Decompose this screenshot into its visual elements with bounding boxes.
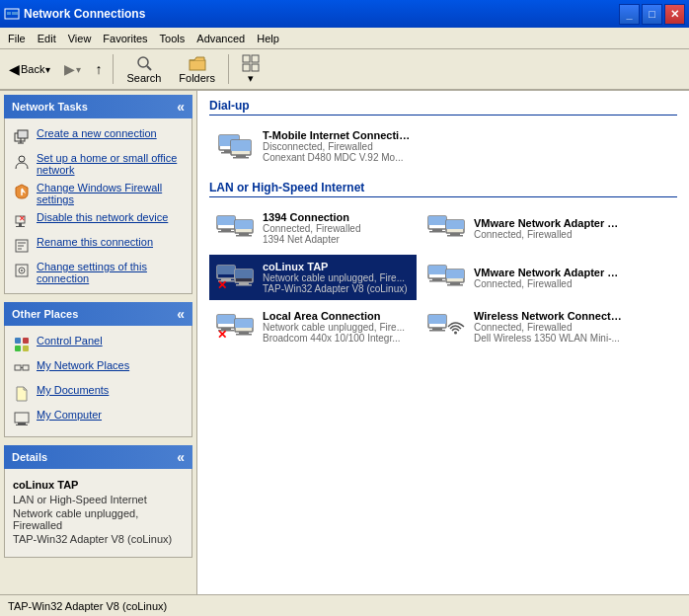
conn-adapter-tmobile: Conexant D480 MDC V.92 Mo... xyxy=(263,152,411,163)
conn-icon-1394 xyxy=(215,212,255,244)
minimize-button[interactable]: _ xyxy=(619,4,640,25)
svg-rect-65 xyxy=(235,270,253,278)
folders-button[interactable]: Folders xyxy=(172,50,222,88)
details-section: Details « coLinux TAP LAN or High-Speed … xyxy=(4,445,192,558)
back-button[interactable]: ◀ Back ▾ xyxy=(4,55,55,83)
sidebar-item-rename[interactable]: Rename this connection xyxy=(13,233,184,258)
lan-connections: 1394 Connection Connected, Firewalled 13… xyxy=(209,205,677,349)
sidebar-item-my-documents[interactable]: My Documents xyxy=(13,381,184,406)
conn-adapter-colinux: TAP-Win32 Adapter V8 (coLinux) xyxy=(263,283,411,294)
svg-rect-75 xyxy=(450,282,460,284)
conn-name-1394: 1394 Connection xyxy=(263,211,411,223)
conn-status-1394: Connected, Firewalled xyxy=(263,223,411,234)
sidebar-item-home-office[interactable]: Set up a home or small office network xyxy=(13,149,184,179)
svg-rect-1 xyxy=(7,12,11,15)
control-panel-icon xyxy=(13,336,31,353)
change-settings-icon xyxy=(13,262,31,279)
svg-rect-71 xyxy=(432,278,442,280)
conn-item-local-area[interactable]: ✕ Local Area Connection Network cable un… xyxy=(209,304,417,349)
svg-rect-29 xyxy=(23,346,29,351)
sidebar-item-control-panel[interactable]: Control Panel xyxy=(13,332,184,356)
conn-name-vmnet8: VMware Network Adapter VMnet8 xyxy=(474,217,622,229)
rename-icon xyxy=(13,237,31,255)
svg-rect-5 xyxy=(190,60,205,70)
svg-rect-11 xyxy=(18,130,28,138)
menu-advanced[interactable]: Advanced xyxy=(191,31,251,46)
sidebar-item-change-settings[interactable]: Change settings of this connection xyxy=(13,258,184,287)
forward-button[interactable]: ▶ ▾ xyxy=(59,55,86,83)
menu-tools[interactable]: Tools xyxy=(154,31,191,46)
maximize-button[interactable]: □ xyxy=(642,4,662,25)
conn-status-local-area: Network cable unplugged, Fire... xyxy=(263,322,411,333)
svg-rect-70 xyxy=(428,266,446,274)
menu-favorites[interactable]: Favorites xyxy=(97,31,153,46)
sidebar-item-firewall[interactable]: Change Windows Firewall settings xyxy=(13,179,184,208)
details-collapse-icon: « xyxy=(177,449,185,465)
svg-rect-66 xyxy=(239,282,249,284)
conn-item-vmnet8[interactable]: VMware Network Adapter VMnet8 Connected,… xyxy=(421,205,628,251)
svg-rect-49 xyxy=(235,220,253,229)
svg-rect-88 xyxy=(432,328,442,330)
conn-name-tmobile: T-Mobile Internet Connection xyxy=(263,129,411,141)
network-tasks-section: Network Tasks « Create a new connection xyxy=(4,95,192,294)
conn-status-wireless: Connected, Firewalled xyxy=(474,322,622,333)
up-button[interactable]: ↑ xyxy=(90,55,107,83)
svg-rect-41 xyxy=(231,140,251,151)
svg-rect-27 xyxy=(23,338,29,344)
conn-icon-tmobile xyxy=(215,130,255,162)
menu-help[interactable]: Help xyxy=(251,31,285,46)
details-header[interactable]: Details « xyxy=(4,445,192,469)
sidebar-item-my-network-places[interactable]: My Network Places xyxy=(13,356,184,381)
conn-item-1394[interactable]: 1394 Connection Connected, Firewalled 13… xyxy=(209,205,417,251)
search-icon xyxy=(135,54,153,72)
svg-rect-58 xyxy=(450,233,460,235)
sidebar-item-create-connection[interactable]: Create a new connection xyxy=(13,124,184,149)
conn-info-local-area: Local Area Connection Network cable unpl… xyxy=(263,310,411,344)
svg-rect-35 xyxy=(16,424,28,425)
other-places-content: Control Panel My Network Places xyxy=(4,326,192,437)
conn-item-vmnet1[interactable]: VMware Network Adapter VMnet1 Connected,… xyxy=(421,255,628,300)
conn-status-vmnet8: Connected, Firewalled xyxy=(474,229,622,240)
svg-rect-31 xyxy=(23,365,29,370)
svg-rect-57 xyxy=(446,220,464,229)
sidebar-item-my-computer[interactable]: My Computer xyxy=(13,406,184,430)
svg-rect-16 xyxy=(19,223,22,226)
conn-adapter-wireless: Dell Wireless 1350 WLAN Mini-... xyxy=(474,333,622,344)
dialup-connections: T-Mobile Internet Connection Disconnecte… xyxy=(209,123,677,169)
conn-name-colinux: coLinux TAP xyxy=(263,261,411,272)
firewall-icon xyxy=(13,183,31,200)
conn-status-tmobile: Disconnected, Firewalled xyxy=(263,141,411,152)
menu-edit[interactable]: Edit xyxy=(32,31,62,46)
conn-info-vmnet1: VMware Network Adapter VMnet1 Connected,… xyxy=(474,267,622,289)
svg-rect-76 xyxy=(447,284,463,286)
other-places-section: Other Places « Control Panel xyxy=(4,302,192,437)
other-places-header[interactable]: Other Places « xyxy=(4,302,192,326)
window-controls[interactable]: _ □ ✕ xyxy=(619,4,685,25)
sidebar: Network Tasks « Create a new connection xyxy=(0,91,197,594)
sidebar-item-disable-device[interactable]: ✕ Disable this network device xyxy=(13,208,184,233)
svg-rect-54 xyxy=(432,229,442,231)
search-button[interactable]: Search xyxy=(119,50,168,88)
svg-rect-9 xyxy=(252,64,259,71)
svg-rect-6 xyxy=(243,55,250,62)
views-icon xyxy=(242,54,260,72)
svg-rect-42 xyxy=(236,155,246,157)
conn-item-colinux[interactable]: ✕ coLinux TAP Network cable unplugged, F… xyxy=(209,255,417,300)
views-button[interactable]: ▾ xyxy=(235,50,267,88)
svg-text:✕: ✕ xyxy=(217,328,227,342)
svg-rect-45 xyxy=(217,216,235,225)
close-button[interactable]: ✕ xyxy=(664,4,685,25)
conn-item-wireless[interactable]: Wireless Network Connection Connected, F… xyxy=(421,304,628,349)
home-office-icon xyxy=(13,153,31,171)
network-tasks-header[interactable]: Network Tasks « xyxy=(4,95,192,118)
menu-view[interactable]: View xyxy=(62,31,98,46)
svg-rect-67 xyxy=(236,284,252,286)
network-tasks-collapse-icon: « xyxy=(177,99,185,115)
svg-text:✕: ✕ xyxy=(19,214,26,223)
window-icon xyxy=(4,6,20,22)
other-places-collapse-icon: « xyxy=(177,306,185,322)
details-content: coLinux TAP LAN or High-Speed Internet N… xyxy=(4,469,192,558)
menu-file[interactable]: File xyxy=(2,31,32,46)
conn-adapter-1394: 1394 Net Adapter xyxy=(263,234,411,245)
conn-item-tmobile[interactable]: T-Mobile Internet Connection Disconnecte… xyxy=(209,123,417,169)
